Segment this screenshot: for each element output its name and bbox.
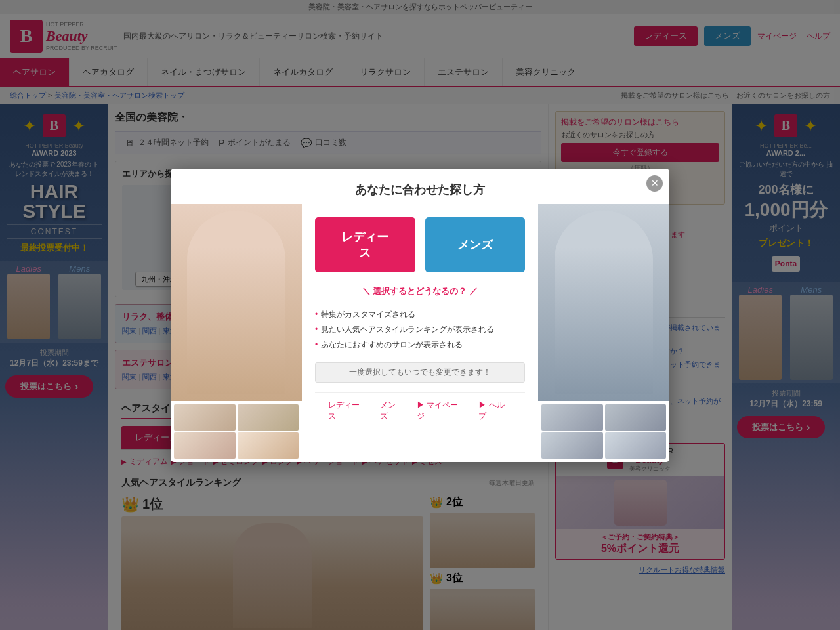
modal-mens-photo xyxy=(538,204,669,401)
modal-mens-thumbs xyxy=(538,401,669,462)
mens-thumb-2 xyxy=(605,404,667,430)
modal-once-text: 一度選択してもいつでも変更できます！ xyxy=(315,362,525,383)
modal-feature-3: あなたにおすすめのサロンが表示される xyxy=(315,337,525,352)
modal-title: あなたに合わせた探し方 xyxy=(355,183,485,196)
modal-arrow-text: ＼ 選択するとどうなるの？ ／ xyxy=(315,285,525,297)
modal-buttons: レディース メンズ xyxy=(315,217,525,272)
ladies-thumb-3 xyxy=(174,432,236,459)
modal-overlay[interactable]: ✕ あなたに合わせた探し方 レディー xyxy=(0,0,840,630)
ladies-silhouette xyxy=(187,211,285,394)
modal-center-area: レディース メンズ ＼ 選択するとどうなるの？ ／ 特集がカスタマイズされる 見… xyxy=(302,204,538,462)
modal-header: あなたに合わせた探し方 xyxy=(171,169,669,204)
modal-ladies-thumbs xyxy=(171,401,302,462)
modal-close-button[interactable]: ✕ xyxy=(646,175,663,192)
modal-ladies-button[interactable]: レディース xyxy=(315,217,415,272)
mens-silhouette xyxy=(555,211,653,394)
mens-thumb-3 xyxy=(541,432,603,459)
modal-dialog: ✕ あなたに合わせた探し方 レディー xyxy=(171,169,669,462)
modal-footer-mypage[interactable]: ▶ マイページ xyxy=(417,400,465,422)
modal-right-area xyxy=(538,204,669,462)
modal-footer-ladies[interactable]: レディース xyxy=(328,400,367,422)
ladies-thumb-2 xyxy=(238,404,299,430)
modal-content: レディース メンズ ＼ 選択するとどうなるの？ ／ 特集がカスタマイズされる 見… xyxy=(171,204,669,462)
modal-footer-mens[interactable]: メンズ xyxy=(380,400,404,422)
modal-feature-2: 見たい人気ヘアスタイルランキングが表示される xyxy=(315,322,525,337)
mens-thumb-4 xyxy=(605,432,667,459)
modal-footer: レディース メンズ ▶ マイページ ▶ ヘルプ xyxy=(315,392,525,429)
modal-feature-1: 特集がカスタマイズされる xyxy=(315,307,525,322)
ladies-thumb-4 xyxy=(238,432,299,459)
modal-mens-button[interactable]: メンズ xyxy=(425,217,526,272)
modal-left-area xyxy=(171,204,302,462)
modal-footer-help[interactable]: ▶ ヘルプ xyxy=(478,400,512,422)
ladies-thumb-1 xyxy=(174,404,236,430)
mens-thumb-1 xyxy=(541,404,603,430)
modal-features: 特集がカスタマイズされる 見たい人気ヘアスタイルランキングが表示される あなたに… xyxy=(315,307,525,352)
modal-ladies-photo xyxy=(171,204,302,401)
